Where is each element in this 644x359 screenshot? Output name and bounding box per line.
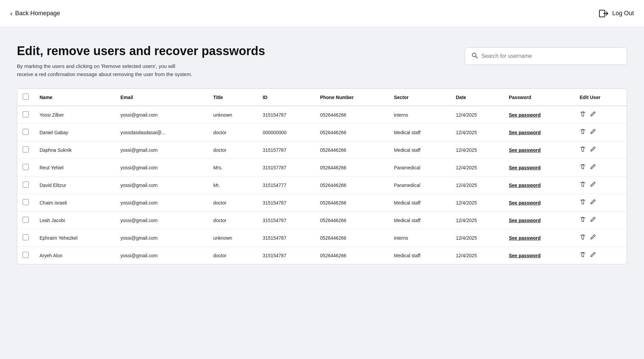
edit-user-button[interactable]	[590, 146, 596, 154]
select-all-checkbox[interactable]	[23, 94, 29, 100]
row-title: doctor	[208, 194, 257, 212]
logout-label: Log Out	[612, 10, 634, 17]
row-checkbox-3[interactable]	[23, 164, 29, 170]
row-phone: 0526446266	[315, 106, 389, 124]
delete-user-button[interactable]	[580, 128, 586, 136]
header-left: Edit, remove users and recover passwords…	[17, 44, 455, 78]
delete-user-button[interactable]	[580, 216, 586, 224]
table-row: Daniel Gabay yossdasdasdasai@... doctor …	[17, 124, 627, 141]
row-password: See password	[503, 212, 574, 229]
table-row: Reut Yehiel yossi@gmail.com Mrs. 3151577…	[17, 159, 627, 176]
delete-user-button[interactable]	[580, 111, 586, 119]
row-sector: interns	[388, 106, 450, 124]
back-homepage-link[interactable]: ‹ Back Homepage	[10, 9, 60, 17]
row-actions	[574, 194, 627, 212]
edit-user-button[interactable]	[590, 164, 596, 171]
row-title: unknown	[208, 229, 257, 247]
row-checkbox-5[interactable]	[23, 199, 29, 205]
row-password: See password	[503, 124, 574, 141]
delete-user-button[interactable]	[580, 234, 586, 242]
row-date: 12/4/2025	[451, 106, 504, 124]
edit-user-button[interactable]	[590, 252, 596, 259]
top-nav: ‹ Back Homepage Log Out	[0, 0, 644, 27]
row-phone: 0526446266	[315, 141, 389, 159]
row-checkbox-0[interactable]	[23, 111, 29, 117]
table-row: Ephraim Yehezkel yossi@gmail.com unknown…	[17, 229, 627, 247]
main-content: Edit, remove users and recover passwords…	[0, 27, 644, 274]
row-phone: 0526446266	[315, 124, 389, 141]
row-checkbox-7[interactable]	[23, 234, 29, 240]
row-actions	[574, 159, 627, 176]
search-input[interactable]	[481, 53, 621, 59]
edit-user-button[interactable]	[590, 216, 596, 224]
see-password-button[interactable]: See password	[509, 183, 541, 188]
col-header-phone: Phone Number	[315, 89, 389, 106]
edit-user-button[interactable]	[590, 199, 596, 207]
row-sector: Medical staff	[388, 141, 450, 159]
delete-user-button[interactable]	[580, 164, 586, 171]
row-phone: 0526446266	[315, 176, 389, 194]
row-id: 315157787	[257, 141, 315, 159]
see-password-button[interactable]: See password	[509, 130, 541, 135]
edit-user-button[interactable]	[590, 234, 596, 242]
row-password: See password	[503, 141, 574, 159]
row-phone: 0526446266	[315, 194, 389, 212]
see-password-button[interactable]: See password	[509, 253, 541, 258]
delete-user-button[interactable]	[580, 199, 586, 207]
row-email: yossi@gmail.com	[115, 141, 208, 159]
row-checkbox-cell	[17, 159, 34, 176]
row-email: yossdasdasdasai@...	[115, 124, 208, 141]
see-password-button[interactable]: See password	[509, 200, 541, 206]
row-password: See password	[503, 194, 574, 212]
svg-line-3	[476, 56, 477, 58]
page-description-line1: By marking the users and clicking on 'Re…	[17, 63, 175, 69]
row-checkbox-8[interactable]	[23, 252, 29, 258]
row-name: Reut Yehiel	[34, 159, 115, 176]
page-description-line2: receive a red confirmation message about…	[17, 71, 192, 77]
row-actions	[574, 212, 627, 229]
search-container	[465, 47, 627, 65]
see-password-button[interactable]: See password	[509, 165, 541, 170]
row-title: doctor	[208, 124, 257, 141]
row-checkbox-1[interactable]	[23, 129, 29, 135]
row-email: yossi@gmail.com	[115, 229, 208, 247]
row-email: yossi@gmail.com	[115, 247, 208, 264]
row-date: 12/4/2025	[451, 229, 504, 247]
header-checkbox-cell	[17, 89, 34, 106]
table-row: Leah Jacobi yossi@gmail.com doctor 31515…	[17, 212, 627, 229]
row-password: See password	[503, 159, 574, 176]
row-checkbox-6[interactable]	[23, 217, 29, 223]
row-email: yossi@gmail.com	[115, 176, 208, 194]
row-password: See password	[503, 229, 574, 247]
delete-user-button[interactable]	[580, 252, 586, 259]
row-checkbox-4[interactable]	[23, 182, 29, 188]
see-password-button[interactable]: See password	[509, 147, 541, 153]
see-password-button[interactable]: See password	[509, 235, 541, 241]
see-password-button[interactable]: See password	[509, 218, 541, 223]
logout-button[interactable]: Log Out	[599, 8, 634, 19]
row-title: doctor	[208, 212, 257, 229]
delete-user-button[interactable]	[580, 146, 586, 154]
edit-user-button[interactable]	[590, 111, 596, 119]
row-date: 12/4/2025	[451, 176, 504, 194]
delete-user-button[interactable]	[580, 181, 586, 189]
edit-user-button[interactable]	[590, 181, 596, 189]
see-password-button[interactable]: See password	[509, 112, 541, 118]
col-header-email: Email	[115, 89, 208, 106]
row-id: 315154787	[257, 229, 315, 247]
row-name: David Elitzur	[34, 176, 115, 194]
col-header-title: Title	[208, 89, 257, 106]
row-name: Aryeh Alon	[34, 247, 115, 264]
row-actions	[574, 247, 627, 264]
table-header-row: Name Email Title ID Phone Number Sector …	[17, 89, 627, 106]
back-homepage-label: Back Homepage	[15, 10, 60, 17]
col-header-sector: Sector	[388, 89, 450, 106]
col-header-password: Password	[503, 89, 574, 106]
table-row: Chaim israeli yossi@gmail.com doctor 315…	[17, 194, 627, 212]
users-table-container: Name Email Title ID Phone Number Sector …	[17, 89, 627, 264]
row-email: yossi@gmail.com	[115, 194, 208, 212]
row-checkbox-2[interactable]	[23, 146, 29, 152]
row-date: 12/4/2025	[451, 247, 504, 264]
row-name: Yossi Zilber	[34, 106, 115, 124]
edit-user-button[interactable]	[590, 128, 596, 136]
